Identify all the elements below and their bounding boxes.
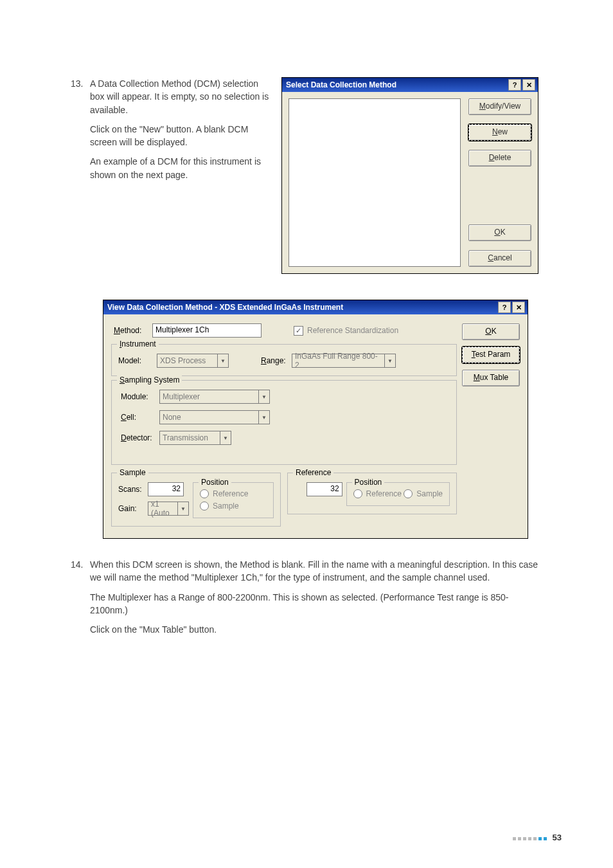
select-dcm-titlebar: Select Data Collection Method ? ✕ <box>282 78 538 92</box>
position-legend: Position <box>199 478 231 487</box>
step-13-text: 13. A Data Collection Method (DCM) selec… <box>71 77 270 188</box>
gain-label: Gain: <box>118 504 148 513</box>
page-number: 53 <box>553 833 562 842</box>
delete-button[interactable]: Delete <box>468 150 531 167</box>
page-footer: 53 <box>513 833 562 842</box>
view-dcm-title: View Data Collection Method - XDS Extend… <box>107 303 343 312</box>
step-13-p3: An example of a DCM for this instrument … <box>90 155 270 181</box>
reference-position-group: Position Reference Sample <box>346 482 450 506</box>
range-label: Range: <box>261 356 292 365</box>
scans-label: Scans: <box>118 485 148 494</box>
select-dcm-title: Select Data Collection Method <box>286 80 396 89</box>
footer-dots-icon <box>513 833 549 842</box>
module-label: Module: <box>121 392 159 401</box>
help-icon[interactable]: ? <box>508 79 521 91</box>
view-dcm-titlebar: View Data Collection Method - XDS Extend… <box>103 300 528 314</box>
checkbox-icon: ✓ <box>294 326 303 336</box>
step-14-text: 14. When this DCM screen is shown, the M… <box>71 558 562 642</box>
select-dcm-dialog: Select Data Collection Method ? ✕ Modify… <box>281 77 538 274</box>
chevron-down-icon: ▼ <box>217 354 228 367</box>
instrument-group: Instrument Model: XDS Process ▼ Range: I… <box>111 344 457 376</box>
sample-position-sample-radio[interactable]: Sample <box>200 502 239 511</box>
gain-select[interactable]: x1 (Auto ▼ <box>148 502 189 516</box>
sample-legend: Sample <box>117 468 148 477</box>
sample-position-group: Position Reference Sample <box>193 482 274 518</box>
chevron-down-icon: ▼ <box>258 411 269 424</box>
module-select[interactable]: Multiplexer ▼ <box>159 390 270 404</box>
step-13-p2: Click on the "New" button. A blank DCM s… <box>90 123 270 149</box>
mux-table-button[interactable]: Mux Table <box>462 370 520 386</box>
detector-label: Detector: <box>121 433 159 442</box>
close-icon[interactable]: ✕ <box>512 302 525 313</box>
dcm-listbox[interactable] <box>289 98 461 267</box>
modify-view-button[interactable]: Modify/View <box>468 98 531 115</box>
sample-position-reference-radio[interactable]: Reference <box>200 489 248 498</box>
close-icon[interactable]: ✕ <box>522 79 535 91</box>
position-legend: Position <box>352 478 385 487</box>
reference-position-reference-radio[interactable]: Reference <box>353 489 402 498</box>
chevron-down-icon: ▼ <box>220 431 231 444</box>
detector-select[interactable]: Transmission ▼ <box>159 431 231 445</box>
reference-standardization-label: Reference Standardization <box>307 326 398 335</box>
test-param-button[interactable]: Test Param <box>462 347 520 363</box>
cancel-button[interactable]: Cancel <box>468 250 531 267</box>
step-13-p1: A Data Collection Method (DCM) selection… <box>90 77 270 116</box>
sample-scans-input[interactable]: 32 <box>148 482 184 496</box>
new-button[interactable]: New <box>468 124 531 141</box>
chevron-down-icon: ▼ <box>384 354 395 367</box>
reference-position-sample-radio[interactable]: Sample <box>404 489 443 498</box>
method-input[interactable]: Multiplexer 1Ch <box>152 323 262 338</box>
model-label: Model: <box>118 356 157 365</box>
cell-label: Cell: <box>121 413 159 422</box>
step-13-row: 13. A Data Collection Method (DCM) selec… <box>71 77 562 274</box>
chevron-down-icon: ▼ <box>258 390 269 403</box>
cell-select[interactable]: None ▼ <box>159 410 270 424</box>
step-14-number: 14. <box>71 558 87 571</box>
range-select[interactable]: InGaAs Full Range 800-2 ▼ <box>292 354 396 368</box>
ok-button[interactable]: OK <box>468 224 531 241</box>
reference-standardization-checkbox[interactable]: ✓ Reference Standardization <box>294 326 398 336</box>
chevron-down-icon: ▼ <box>177 502 188 515</box>
sample-group: Sample Scans: 32 Gain: <box>111 473 281 527</box>
sampling-system-group: Sampling System Module: Multiplexer ▼ Ce… <box>111 380 457 465</box>
reference-scans-input[interactable]: 32 <box>306 482 342 496</box>
step-14-p2: The Multiplexer has a Range of 800-2200n… <box>90 591 540 617</box>
model-select[interactable]: XDS Process ▼ <box>157 354 229 368</box>
step-14-p3: Click on the "Mux Table" button. <box>90 623 540 636</box>
view-dcm-dialog: View Data Collection Method - XDS Extend… <box>103 300 528 539</box>
help-icon[interactable]: ? <box>498 302 511 313</box>
step-14-p1: When this DCM screen is shown, the Metho… <box>90 558 540 584</box>
reference-legend: Reference <box>293 468 333 477</box>
method-label: Method: <box>114 326 152 335</box>
step-13-number: 13. <box>71 77 87 90</box>
view-ok-button[interactable]: OK <box>462 323 520 340</box>
reference-group: Reference 32 Position Reference Sampl <box>287 473 457 514</box>
